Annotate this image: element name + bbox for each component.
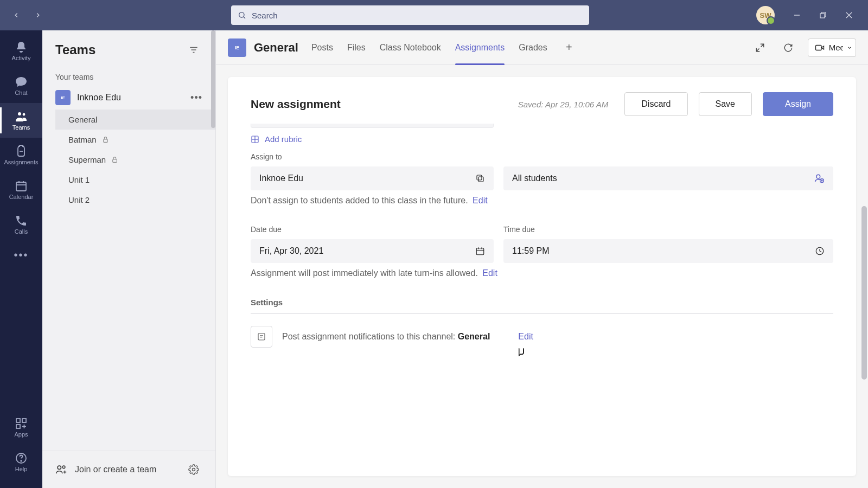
sidebar-title: Teams (55, 42, 95, 57)
svg-rect-38 (478, 177, 483, 182)
help-icon (15, 452, 28, 465)
meet-dropdown-button[interactable] (843, 38, 856, 57)
backpack-icon (15, 145, 28, 158)
date-due-label: Date due (251, 225, 494, 234)
svg-rect-24 (113, 159, 117, 162)
people-plus-icon (55, 464, 67, 476)
assign-button[interactable]: Assign (763, 92, 833, 116)
filter-icon (189, 45, 199, 55)
svg-rect-13 (16, 419, 20, 422)
channel-unit-2[interactable]: Unit 2 (55, 190, 215, 210)
rail-teams[interactable]: Teams (0, 103, 42, 138)
channel-batman[interactable]: Batman (55, 130, 215, 150)
bell-icon (15, 41, 28, 54)
svg-point-0 (239, 12, 244, 17)
add-tab-button[interactable]: + (561, 40, 577, 55)
saved-timestamp: Saved: Apr 29, 10:06 AM (518, 100, 609, 109)
reload-button[interactable] (780, 39, 797, 56)
titlebar: Search SW (0, 0, 868, 30)
team-row[interactable]: IE Inknoe Edu ••• (42, 86, 215, 110)
students-select[interactable]: All students (503, 166, 833, 190)
post-timing-note: Assignment will post immediately with la… (251, 268, 833, 278)
svg-point-7 (23, 113, 25, 116)
maximize-button[interactable] (810, 7, 835, 24)
team-avatar-icon: IE (55, 90, 71, 105)
svg-line-30 (761, 44, 763, 47)
edit-notification-link[interactable]: Edit (518, 332, 533, 342)
svg-rect-9 (16, 182, 26, 191)
svg-rect-14 (22, 419, 26, 422)
gear-icon (188, 464, 199, 475)
svg-point-25 (58, 466, 61, 469)
forward-button[interactable] (29, 7, 47, 24)
team-more-button[interactable]: ••• (190, 92, 202, 104)
save-button[interactable]: Save (699, 92, 752, 116)
join-create-team-button[interactable]: Join or create a team (55, 464, 156, 476)
content-scrollbar[interactable] (861, 65, 867, 477)
rail-more[interactable]: ••• (0, 242, 42, 268)
discard-button[interactable]: Discard (624, 92, 687, 116)
rail-help[interactable]: Help (0, 445, 42, 479)
chat-icon (15, 75, 28, 88)
chevron-down-icon (847, 45, 852, 50)
svg-rect-37 (477, 175, 482, 180)
notify-channel-name: General (458, 332, 490, 341)
svg-point-19 (21, 460, 22, 461)
expand-icon (755, 43, 765, 53)
rubric-icon (251, 135, 259, 144)
avatar[interactable]: SW (756, 6, 775, 24)
teams-sidebar: Teams Your teams IE Inknoe Edu ••• Gener… (42, 30, 216, 488)
rail-activity[interactable]: Activity (0, 34, 42, 68)
svg-point-29 (193, 468, 195, 471)
search-input[interactable]: Search (231, 5, 589, 25)
back-button[interactable] (8, 7, 25, 24)
svg-point-26 (62, 466, 65, 468)
channel-avatar-icon: IE (228, 38, 246, 57)
close-button[interactable] (837, 7, 861, 24)
clock-icon (815, 246, 825, 256)
svg-rect-15 (16, 425, 20, 428)
svg-line-31 (756, 48, 759, 51)
rail-assignments[interactable]: Assignments (0, 138, 42, 172)
tab-files[interactable]: Files (347, 30, 366, 65)
scrollbar-thumb[interactable] (861, 206, 867, 380)
tab-assignments[interactable]: Assignments (455, 30, 505, 65)
tab-grades[interactable]: Grades (519, 30, 547, 65)
phone-icon (15, 214, 28, 227)
svg-rect-32 (815, 45, 821, 50)
date-due-input[interactable]: Fri, Apr 30, 2021 (251, 239, 494, 263)
add-student-icon (814, 173, 825, 184)
edit-timing-link[interactable]: Edit (482, 268, 497, 278)
time-due-input[interactable]: 11:59 PM (503, 239, 833, 263)
rail-apps[interactable]: Apps (0, 410, 42, 445)
group-label: Your teams (42, 65, 215, 86)
reload-icon (783, 43, 793, 53)
add-rubric-link[interactable]: Add rubric (251, 134, 833, 144)
expand-button[interactable] (751, 39, 769, 56)
tab-class-notebook[interactable]: Class Notebook (380, 30, 441, 65)
channel-unit-1[interactable]: Unit 1 (55, 170, 215, 190)
minimize-button[interactable] (784, 7, 809, 24)
svg-rect-43 (476, 248, 484, 255)
settings-button[interactable] (185, 461, 202, 478)
notification-setting-row: Post assignment notifications to this ch… (251, 326, 833, 348)
video-icon (815, 43, 825, 53)
tab-posts[interactable]: Posts (311, 30, 333, 65)
app-rail: Activity Chat Teams Assignments Calendar… (0, 30, 42, 488)
svg-point-39 (816, 175, 820, 178)
scrollbar-thumb[interactable] (211, 30, 215, 128)
lock-icon (111, 156, 118, 163)
filter-button[interactable] (185, 41, 202, 59)
class-picker-icon (475, 174, 485, 183)
content-header: IE General Posts Files Class Notebook As… (216, 30, 868, 65)
calendar-icon (475, 246, 485, 256)
svg-rect-3 (820, 14, 825, 18)
class-select[interactable]: Inknoe Edu (251, 166, 494, 190)
rail-chat[interactable]: Chat (0, 68, 42, 103)
rail-calendar[interactable]: Calendar (0, 172, 42, 207)
assignment-card: New assignment Saved: Apr 29, 10:06 AM D… (228, 77, 856, 476)
channel-superman[interactable]: Superman (55, 150, 215, 170)
rail-calls[interactable]: Calls (0, 207, 42, 242)
edit-assign-link[interactable]: Edit (473, 196, 488, 205)
channel-general[interactable]: General (55, 110, 215, 130)
